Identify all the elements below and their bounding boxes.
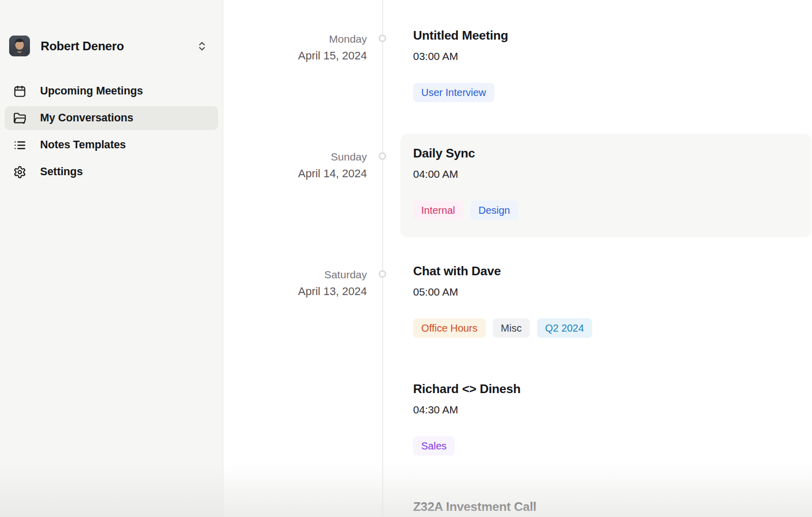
folder-icon bbox=[13, 112, 26, 125]
sidebar-item-upcoming-meetings[interactable]: Upcoming Meetings bbox=[5, 79, 218, 103]
day-name: Monday bbox=[223, 30, 367, 47]
day-date: April 14, 2024 bbox=[223, 165, 367, 182]
meeting-item[interactable]: Daily Sync 04:00 AM InternalDesign bbox=[400, 134, 811, 237]
meeting-time: 04:30 AM bbox=[413, 404, 803, 416]
meeting-tags: InternalDesign bbox=[413, 201, 803, 220]
meeting-tag[interactable]: Office Hours bbox=[413, 318, 486, 338]
conversations-timeline: Monday April 15, 2024 Untitled Meeting 0… bbox=[223, 0, 812, 517]
meeting-tag[interactable]: Misc bbox=[493, 318, 530, 338]
day-entries: Chat with Dave 05:00 AM Office HoursMisc… bbox=[413, 264, 803, 514]
sidebar-nav: Upcoming Meetings My Conversations bbox=[0, 79, 223, 184]
meeting-item[interactable]: Z32A Investment Call bbox=[413, 499, 803, 514]
avatar bbox=[9, 36, 30, 56]
meeting-title: Z32A Investment Call bbox=[413, 499, 803, 514]
day-date: April 15, 2024 bbox=[223, 47, 367, 64]
meeting-tag[interactable]: Design bbox=[470, 201, 518, 220]
sidebar: Robert Denero Upcoming Meetings bbox=[0, 0, 223, 517]
day-date: April 13, 2024 bbox=[223, 283, 367, 300]
meeting-item[interactable]: Richard <> Dinesh 04:30 AM Sales bbox=[413, 381, 803, 456]
meeting-title: Untitled Meeting bbox=[413, 28, 803, 43]
sidebar-item-my-conversations[interactable]: My Conversations bbox=[5, 106, 218, 130]
sidebar-item-label: My Conversations bbox=[40, 112, 133, 124]
meeting-tag[interactable]: Q2 2024 bbox=[537, 318, 592, 338]
gear-icon bbox=[13, 166, 26, 179]
meeting-title: Richard <> Dinesh bbox=[413, 381, 803, 396]
day-group: Saturday April 13, 2024 Chat with Dave 0… bbox=[223, 264, 812, 514]
day-group: Sunday April 14, 2024 Daily Sync 04:00 A… bbox=[223, 146, 812, 220]
timeline-dot bbox=[379, 270, 386, 278]
sidebar-item-settings[interactable]: Settings bbox=[5, 160, 218, 184]
day-entries: Untitled Meeting 03:00 AM User Interview bbox=[413, 28, 803, 102]
user-name: Robert Denero bbox=[41, 39, 196, 53]
account-switcher[interactable]: Robert Denero bbox=[9, 36, 208, 56]
date-column: Monday April 15, 2024 bbox=[223, 28, 382, 102]
sidebar-item-label: Notes Templates bbox=[40, 139, 126, 151]
meeting-title: Daily Sync bbox=[413, 146, 803, 160]
meeting-tags: Office HoursMiscQ2 2024 bbox=[413, 318, 803, 338]
meeting-tag[interactable]: Sales bbox=[413, 436, 455, 456]
day-entries: Daily Sync 04:00 AM InternalDesign bbox=[413, 146, 803, 220]
meeting-time: 04:00 AM bbox=[413, 168, 803, 180]
list-icon bbox=[13, 139, 26, 152]
meeting-time: 05:00 AM bbox=[413, 286, 803, 298]
meeting-title: Chat with Dave bbox=[413, 264, 803, 278]
meeting-time: 03:00 AM bbox=[413, 50, 803, 62]
day-name: Saturday bbox=[223, 266, 367, 283]
timeline-dot bbox=[379, 152, 386, 160]
meeting-tag[interactable]: User Interview bbox=[413, 83, 494, 102]
date-column: Saturday April 13, 2024 bbox=[223, 264, 382, 514]
sidebar-item-label: Upcoming Meetings bbox=[40, 85, 143, 98]
sidebar-item-notes-templates[interactable]: Notes Templates bbox=[5, 133, 218, 157]
calendar-icon bbox=[13, 85, 26, 98]
day-group: Monday April 15, 2024 Untitled Meeting 0… bbox=[223, 28, 812, 102]
meeting-tags: User Interview bbox=[413, 83, 803, 102]
date-column: Sunday April 14, 2024 bbox=[223, 146, 382, 220]
app-window: Robert Denero Upcoming Meetings bbox=[0, 0, 812, 517]
sidebar-item-label: Settings bbox=[40, 166, 83, 178]
chevron-up-down-icon[interactable] bbox=[196, 41, 208, 52]
meeting-tags: Sales bbox=[413, 436, 803, 456]
timeline-groups: Monday April 15, 2024 Untitled Meeting 0… bbox=[223, 28, 812, 514]
meeting-item[interactable]: Untitled Meeting 03:00 AM User Interview bbox=[413, 28, 803, 102]
meeting-tag[interactable]: Internal bbox=[413, 201, 463, 220]
timeline-dot bbox=[379, 35, 386, 42]
day-name: Sunday bbox=[223, 148, 367, 165]
meeting-item[interactable]: Chat with Dave 05:00 AM Office HoursMisc… bbox=[413, 264, 803, 338]
